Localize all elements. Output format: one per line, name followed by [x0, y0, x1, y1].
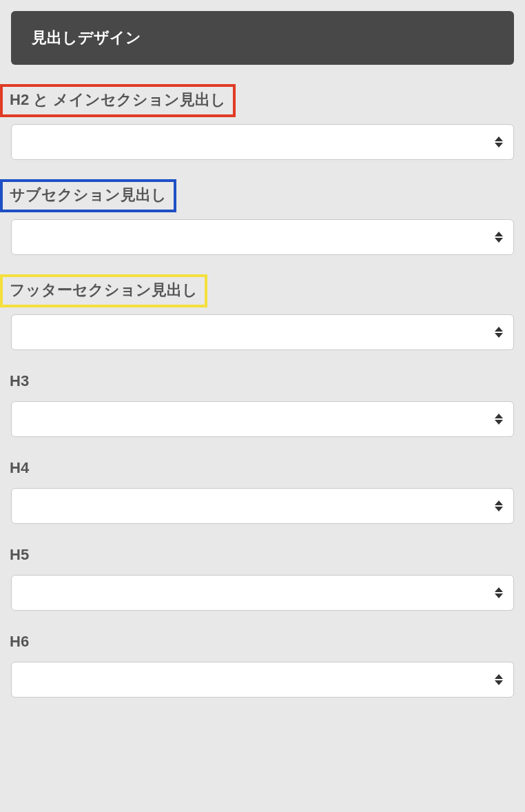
select-wrap-sub-section: [11, 219, 514, 255]
select-footer-section[interactable]: [11, 314, 514, 350]
select-h4[interactable]: [11, 488, 514, 524]
panel-title: 見出しデザイン: [32, 29, 141, 46]
label-h3: H3: [10, 369, 29, 394]
label-h6: H6: [10, 630, 29, 655]
select-wrap-h3: [11, 401, 514, 437]
select-wrap-h6: [11, 662, 514, 698]
select-wrap-h5: [11, 575, 514, 611]
field-footer-section: フッターセクション見出し: [11, 274, 514, 350]
label-sub-section: サブセクション見出し: [0, 179, 176, 212]
select-wrap-h4: [11, 488, 514, 524]
select-h5[interactable]: [11, 575, 514, 611]
label-h5: H5: [10, 543, 29, 568]
field-h5: H5: [11, 543, 514, 611]
label-h4: H4: [10, 456, 29, 481]
label-footer-section: フッターセクション見出し: [0, 274, 207, 307]
field-h3: H3: [11, 369, 514, 437]
select-wrap-h2-main: [11, 124, 514, 160]
field-h6: H6: [11, 630, 514, 698]
select-h3[interactable]: [11, 401, 514, 437]
select-wrap-footer-section: [11, 314, 514, 350]
select-h6[interactable]: [11, 662, 514, 698]
field-h4: H4: [11, 456, 514, 524]
field-h2-main: H2 と メインセクション見出し: [11, 84, 514, 160]
label-h2-main: H2 と メインセクション見出し: [0, 84, 236, 117]
select-h2-main[interactable]: [11, 124, 514, 160]
form-area: H2 と メインセクション見出し サブセクション見出し フッターセクション見出し: [0, 84, 525, 718]
field-sub-section: サブセクション見出し: [11, 179, 514, 255]
panel-header: 見出しデザイン: [11, 11, 514, 65]
select-sub-section[interactable]: [11, 219, 514, 255]
